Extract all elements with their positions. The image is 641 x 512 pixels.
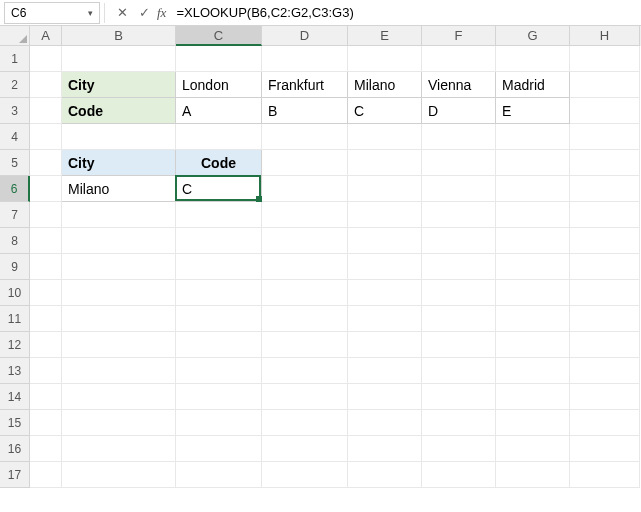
- cell[interactable]: [348, 46, 422, 72]
- cell[interactable]: [348, 358, 422, 384]
- cell[interactable]: [62, 410, 176, 436]
- cell[interactable]: [62, 358, 176, 384]
- cell[interactable]: [262, 306, 348, 332]
- formula-input[interactable]: [172, 2, 641, 24]
- cell[interactable]: [422, 306, 496, 332]
- cell[interactable]: [496, 332, 570, 358]
- cell[interactable]: [348, 124, 422, 150]
- cell[interactable]: [496, 228, 570, 254]
- cell[interactable]: [262, 280, 348, 306]
- row-header[interactable]: 6: [0, 176, 30, 202]
- cell[interactable]: [176, 280, 262, 306]
- cell[interactable]: [348, 410, 422, 436]
- cancel-icon[interactable]: ✕: [111, 2, 133, 24]
- cell-lookup-header-city[interactable]: City: [62, 150, 176, 176]
- cell[interactable]: Madrid: [496, 72, 570, 98]
- cell[interactable]: [62, 436, 176, 462]
- cell[interactable]: A: [176, 98, 262, 124]
- chevron-down-icon[interactable]: ▾: [88, 8, 93, 18]
- cell[interactable]: [496, 384, 570, 410]
- column-header[interactable]: G: [496, 26, 570, 46]
- cell-lookup-header-code[interactable]: Code: [176, 150, 262, 176]
- cell[interactable]: [570, 124, 640, 150]
- cell[interactable]: [570, 150, 640, 176]
- row-header[interactable]: 13: [0, 358, 30, 384]
- row-header[interactable]: 11: [0, 306, 30, 332]
- cell[interactable]: [348, 254, 422, 280]
- column-header[interactable]: B: [62, 26, 176, 46]
- cell[interactable]: [496, 306, 570, 332]
- row-header[interactable]: 8: [0, 228, 30, 254]
- row-header[interactable]: 4: [0, 124, 30, 150]
- confirm-icon[interactable]: ✓: [133, 2, 155, 24]
- cell[interactable]: [30, 436, 62, 462]
- cell[interactable]: [570, 462, 640, 488]
- cell[interactable]: [176, 358, 262, 384]
- cell[interactable]: [496, 462, 570, 488]
- cell[interactable]: [30, 46, 62, 72]
- cell[interactable]: [570, 176, 640, 202]
- cell[interactable]: [496, 254, 570, 280]
- cell[interactable]: [348, 176, 422, 202]
- cell-header-city[interactable]: City: [62, 72, 176, 98]
- cell[interactable]: [422, 46, 496, 72]
- cell[interactable]: [62, 46, 176, 72]
- cell[interactable]: [176, 306, 262, 332]
- cell[interactable]: [176, 46, 262, 72]
- cell[interactable]: [262, 358, 348, 384]
- cell[interactable]: [496, 176, 570, 202]
- cell[interactable]: [262, 254, 348, 280]
- cell[interactable]: [176, 410, 262, 436]
- cell[interactable]: [422, 150, 496, 176]
- cell[interactable]: [496, 124, 570, 150]
- cell[interactable]: [348, 280, 422, 306]
- cell[interactable]: [262, 462, 348, 488]
- cell[interactable]: [30, 72, 62, 98]
- row-header[interactable]: 9: [0, 254, 30, 280]
- cell[interactable]: [570, 72, 640, 98]
- cell[interactable]: [262, 436, 348, 462]
- cell-lookup-city[interactable]: Milano: [62, 176, 176, 202]
- cell[interactable]: [570, 384, 640, 410]
- cell[interactable]: [496, 46, 570, 72]
- cell[interactable]: [422, 254, 496, 280]
- cell[interactable]: [262, 46, 348, 72]
- cell[interactable]: [176, 124, 262, 150]
- cell[interactable]: [62, 202, 176, 228]
- cell[interactable]: [30, 358, 62, 384]
- cell[interactable]: [30, 176, 62, 202]
- cell[interactable]: [30, 332, 62, 358]
- cell[interactable]: [570, 280, 640, 306]
- cell[interactable]: [422, 332, 496, 358]
- cell[interactable]: [422, 280, 496, 306]
- row-header[interactable]: 17: [0, 462, 30, 488]
- cell[interactable]: [570, 332, 640, 358]
- row-header[interactable]: 5: [0, 150, 30, 176]
- cell[interactable]: London: [176, 72, 262, 98]
- cell[interactable]: [422, 176, 496, 202]
- cell[interactable]: [30, 254, 62, 280]
- cell[interactable]: E: [496, 98, 570, 124]
- cell[interactable]: [348, 462, 422, 488]
- row-header[interactable]: 1: [0, 46, 30, 72]
- cell[interactable]: [262, 202, 348, 228]
- cell[interactable]: [262, 150, 348, 176]
- cell[interactable]: [62, 306, 176, 332]
- cell[interactable]: [262, 384, 348, 410]
- cell[interactable]: [570, 358, 640, 384]
- cell[interactable]: [176, 332, 262, 358]
- column-header[interactable]: H: [570, 26, 640, 46]
- cell[interactable]: [570, 306, 640, 332]
- cell[interactable]: [262, 410, 348, 436]
- cell-lookup-result[interactable]: C: [176, 176, 262, 202]
- cell[interactable]: [496, 410, 570, 436]
- cell[interactable]: C: [348, 98, 422, 124]
- row-header[interactable]: 2: [0, 72, 30, 98]
- column-header[interactable]: E: [348, 26, 422, 46]
- cell[interactable]: [176, 228, 262, 254]
- cell[interactable]: [30, 228, 62, 254]
- row-header[interactable]: 14: [0, 384, 30, 410]
- row-header[interactable]: 15: [0, 410, 30, 436]
- cell[interactable]: [262, 176, 348, 202]
- cell[interactable]: [570, 228, 640, 254]
